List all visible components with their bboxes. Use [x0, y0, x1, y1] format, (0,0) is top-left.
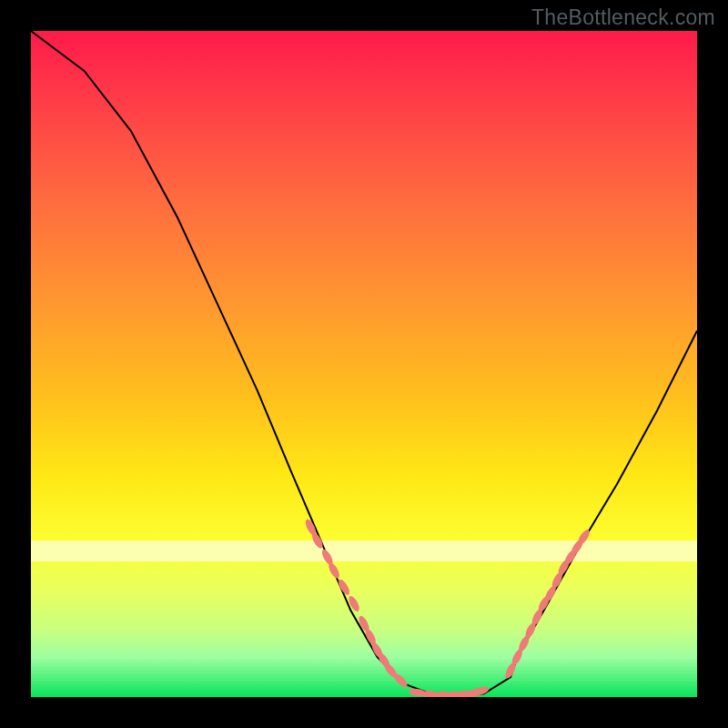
svg-point-11	[392, 672, 410, 689]
chart-svg	[31, 31, 697, 697]
accent-right	[503, 528, 592, 680]
plot-area	[31, 31, 697, 697]
svg-point-5	[347, 594, 361, 613]
chart-frame: TheBottleneck.com	[0, 0, 728, 728]
accent-left	[304, 518, 410, 689]
accent-bottom	[409, 685, 490, 697]
main-curve	[31, 31, 697, 697]
watermark-text: TheBottleneck.com	[531, 5, 715, 30]
